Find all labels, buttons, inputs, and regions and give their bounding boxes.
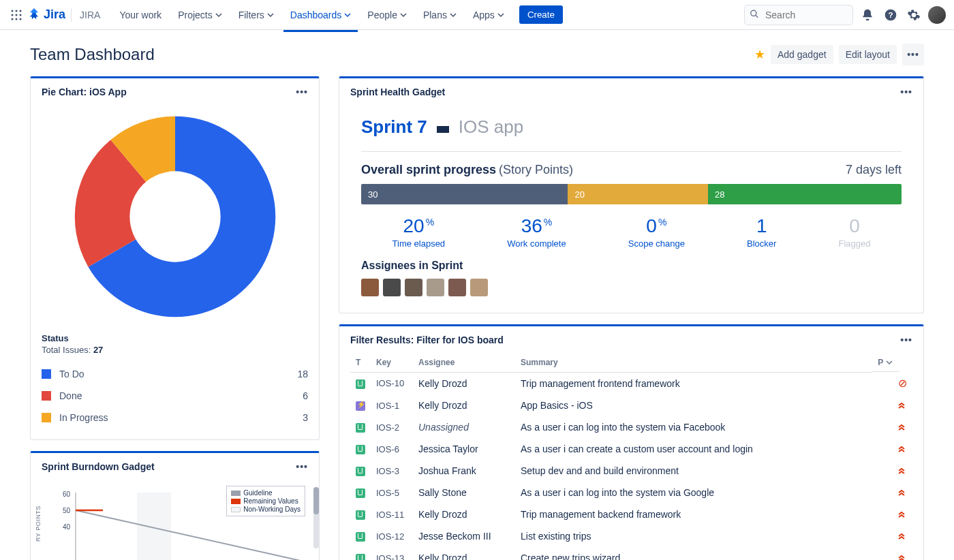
svg-text:?: ? [888,10,893,19]
sprint-stat[interactable]: 0Flagged [838,215,870,249]
legend-count: 3 [303,412,308,423]
sprint-stat[interactable]: 1Blocker [747,215,776,249]
issue-key[interactable]: IOS-13 [371,547,413,560]
issue-key[interactable]: IOS-11 [371,503,413,525]
issue-assignee[interactable]: Joshua Frank [413,460,515,482]
nav-item-people[interactable]: People [360,5,414,25]
table-row[interactable]: IOS-12 Jesse Beckom III List existing tr… [350,525,912,547]
issue-summary[interactable]: As a user i can log into the system via … [515,416,872,438]
sprint-stat[interactable]: 36%Work complete [507,215,566,249]
gadget-menu-icon[interactable]: ••• [296,87,308,97]
legend-row[interactable]: Done6 [42,385,308,407]
gadget-title: Pie Chart: iOS App [42,87,127,97]
table-row[interactable]: IOS-1 Kelly Drozd App Basics - iOS [350,394,912,416]
assignee-avatar[interactable] [361,279,379,296]
help-icon[interactable]: ? [882,6,899,24]
burndown-ylabel: RY POINTS [35,505,42,542]
issue-key[interactable]: IOS-6 [371,438,413,460]
gadget-title: Sprint Burndown Gadget [42,461,155,472]
progress-segment: 30 [361,184,568,204]
issue-summary[interactable]: Setup dev and and build environment [515,460,872,482]
settings-icon[interactable] [905,6,923,24]
app-switcher-icon[interactable] [8,7,25,23]
edit-layout-button[interactable]: Edit layout [839,45,897,64]
issue-summary[interactable]: Trip management backend framework [515,503,872,525]
table-row[interactable]: IOS-6 Jessica Taylor As a user i can cre… [350,438,912,460]
filter-table: T Key Assignee Summary P IOS-10 Kelly Dr… [350,354,912,560]
issue-assignee[interactable]: Kelly Drozd [413,394,515,416]
issue-assignee[interactable]: Kelly Drozd [413,547,515,560]
gadget-menu-icon[interactable]: ••• [296,461,308,472]
svg-point-2 [20,10,22,12]
issue-assignee[interactable]: Unassigned [413,416,515,438]
pie-total: Total Issues: 27 [42,345,308,355]
issue-key[interactable]: IOS-2 [371,416,413,438]
col-priority[interactable]: P [872,354,899,372]
table-row[interactable]: IOS-3 Joshua Frank Setup dev and and bui… [350,460,912,482]
sprint-stat[interactable]: 0%Scope change [628,215,685,249]
notifications-icon[interactable] [859,6,876,24]
assignee-avatar[interactable] [405,279,422,296]
assignee-avatar[interactable] [470,279,488,296]
issue-summary[interactable]: As a user i can create a custom user acc… [515,438,872,460]
col-key[interactable]: Key [371,354,413,372]
table-row[interactable]: IOS-11 Kelly Drozd Trip management backe… [350,503,912,525]
issue-key[interactable]: IOS-3 [371,460,413,482]
create-button[interactable]: Create [519,5,563,24]
issue-key[interactable]: IOS-12 [371,525,413,547]
issue-key[interactable]: IOS-5 [371,482,413,503]
issue-assignee[interactable]: Jessica Taylor [413,438,515,460]
table-row[interactable]: IOS-2 Unassigned As a user i can log int… [350,416,912,438]
sprint-name[interactable]: Sprint 7 [361,116,427,138]
col-type[interactable]: T [350,354,371,372]
priority-highest-icon [896,443,907,454]
col-assignee[interactable]: Assignee [413,354,515,372]
priority-highest-icon [896,552,907,560]
table-row[interactable]: IOS-10 Kelly Drozd Trip management front… [350,372,912,394]
issue-key[interactable]: IOS-10 [371,372,413,394]
assignee-avatar[interactable] [448,279,466,296]
assignee-avatar[interactable] [427,279,444,296]
star-icon[interactable]: ★ [754,47,765,62]
col-summary[interactable]: Summary [515,354,872,372]
story-icon [356,445,365,454]
issue-summary[interactable]: As a user i can log into the system via … [515,482,872,503]
progress-segment: 20 [568,184,708,204]
burndown-chart: RY POINTS 60 50 40 Guideline Remaining V… [31,480,319,560]
product-name: JIRA [71,8,104,22]
nav-item-dashboards[interactable]: Dashboards [283,5,358,25]
issue-summary[interactable]: Create new trips wizard [515,547,872,560]
nav-item-filters[interactable]: Filters [232,5,281,25]
scrollbar[interactable] [313,487,319,548]
search-input[interactable] [744,5,853,25]
svg-text:40: 40 [63,523,71,531]
gadget-menu-icon[interactable]: ••• [900,335,912,345]
issue-assignee[interactable]: Sally Stone [413,482,515,503]
sprint-stat[interactable]: 20%Time elapsed [393,215,446,249]
issue-assignee[interactable]: Jesse Beckom III [413,525,515,547]
table-row[interactable]: IOS-5 Sally Stone As a user i can log in… [350,482,912,503]
issue-summary[interactable]: List existing trips [515,525,872,547]
nav-item-plans[interactable]: Plans [416,5,463,25]
more-actions-icon[interactable]: ••• [902,44,924,65]
issue-summary[interactable]: Trip management frontend framework [515,372,872,394]
svg-rect-13 [137,493,171,560]
legend-count: 6 [303,390,308,401]
issue-assignee[interactable]: Kelly Drozd [413,503,515,525]
nav-item-your-work[interactable]: Your work [112,5,168,25]
legend-row[interactable]: To Do18 [42,363,308,385]
nav-item-projects[interactable]: Projects [171,5,229,25]
assignee-avatar[interactable] [383,279,401,296]
nav-item-apps[interactable]: Apps [466,5,511,25]
legend-row[interactable]: In Progress3 [42,407,308,429]
gadget-menu-icon[interactable]: ••• [900,87,912,97]
table-row[interactable]: IOS-13 Kelly Drozd Create new trips wiza… [350,547,912,560]
add-gadget-button[interactable]: Add gadget [771,45,833,64]
jira-logo[interactable]: Jira [27,7,65,22]
issue-assignee[interactable]: Kelly Drozd [413,372,515,394]
user-avatar[interactable] [928,6,946,24]
issue-key[interactable]: IOS-1 [371,394,413,416]
top-nav: Jira JIRA Your workProjectsFiltersDashbo… [0,0,954,30]
burndown-legend: Guideline Remaining Values Non-Working D… [226,486,305,516]
issue-summary[interactable]: App Basics - iOS [515,394,872,416]
